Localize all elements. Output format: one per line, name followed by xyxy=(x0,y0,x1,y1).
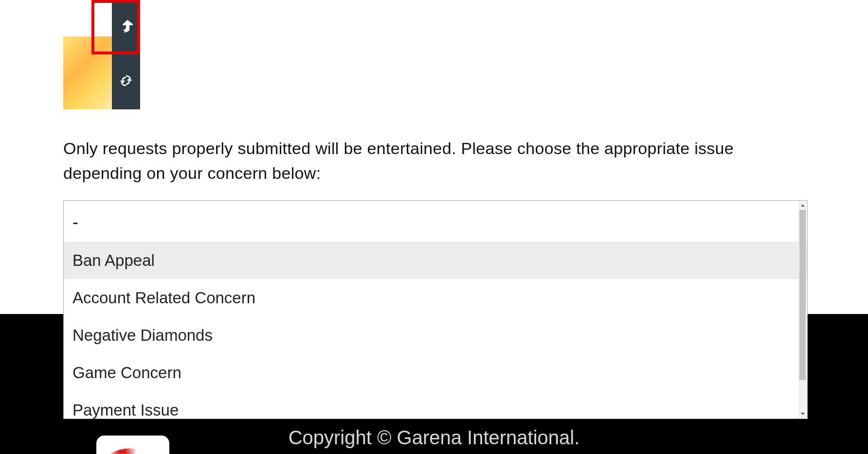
thumbnail-image xyxy=(63,36,112,109)
dropdown-option-negative-diamonds[interactable]: Negative Diamonds xyxy=(64,316,807,354)
thumbnail-toolbar xyxy=(112,0,140,109)
share-button[interactable] xyxy=(112,0,140,54)
dropdown-scrollbar[interactable] xyxy=(798,201,807,418)
dropdown-option-placeholder[interactable]: - xyxy=(64,201,807,242)
share-arrow-icon xyxy=(118,18,134,36)
scroll-up-arrow-icon[interactable] xyxy=(798,201,807,210)
issue-dropdown[interactable]: - Ban Appeal Account Related Concern Neg… xyxy=(63,200,808,419)
footer-logo xyxy=(96,436,169,454)
refresh-icon xyxy=(118,72,134,91)
refresh-button[interactable] xyxy=(112,54,140,109)
dropdown-option-payment[interactable]: Payment Issue xyxy=(64,391,807,419)
dropdown-option-ban-appeal[interactable]: Ban Appeal xyxy=(64,242,807,279)
scroll-thumb[interactable] xyxy=(799,210,806,380)
instruction-text: Only requests properly submitted will be… xyxy=(63,136,805,186)
dropdown-option-game-concern[interactable]: Game Concern xyxy=(64,354,807,391)
attachment-thumbnail xyxy=(63,0,140,109)
dropdown-option-account[interactable]: Account Related Concern xyxy=(64,279,807,316)
scroll-down-arrow-icon[interactable] xyxy=(798,409,807,418)
